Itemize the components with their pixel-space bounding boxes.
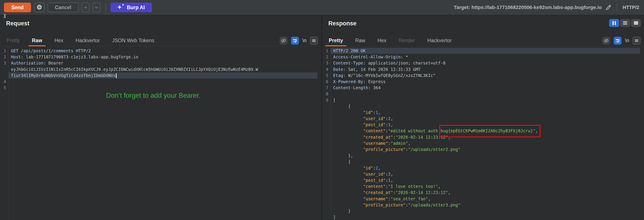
- editor-menu-button[interactable]: [310, 37, 318, 45]
- forward-dropdown-button[interactable]: [93, 3, 100, 12]
- show-newlines-toggle[interactable]: \n: [302, 37, 306, 45]
- burp-ai-label: Burp AI: [127, 5, 145, 11]
- code-row: {: [322, 159, 644, 165]
- code-line: "id":1,: [330, 109, 380, 116]
- line-number: 5: [322, 72, 330, 78]
- line-number: [322, 165, 330, 171]
- line-number: 6: [322, 78, 330, 85]
- request-panel: Request PrettyRawHexHackvertorJSON Web T…: [0, 16, 321, 220]
- code-row: fiur34lIMyDr0uNQbVnVGgTiCd4zoTbnjIDmGDON…: [0, 72, 321, 78]
- target-url-text: Target: https://lab-1771068220506-ke92sm…: [454, 5, 602, 10]
- toolbar-separator: [617, 4, 617, 11]
- code-line: Content-Length: 364: [330, 85, 380, 91]
- tab-raw[interactable]: Raw: [28, 35, 46, 46]
- code-line: {: [330, 159, 350, 165]
- line-number: 3: [322, 60, 330, 66]
- menu-icon: [634, 38, 639, 43]
- tab-hackvertor[interactable]: Hackvertor: [424, 35, 455, 46]
- horizontal-split-layout-button[interactable]: [620, 19, 630, 27]
- code-row: 9[: [322, 97, 644, 103]
- tab-hex[interactable]: Hex: [374, 35, 390, 46]
- code-line: "id":2,: [330, 165, 380, 171]
- pause-updates-button[interactable]: [609, 19, 619, 27]
- line-number: [322, 208, 330, 214]
- code-line: "username":"admin",: [330, 140, 411, 146]
- code-line: }: [330, 208, 350, 214]
- code-row: {: [322, 103, 644, 109]
- gear-icon: ⚙: [36, 4, 42, 11]
- chevron-down-icon: [84, 7, 87, 9]
- rows-icon: [623, 22, 627, 25]
- hide-nonprintable-button[interactable]: [280, 37, 288, 45]
- code-line: fiur34lIMyDr0uNQbVnVGgTiCd4zoTbnjIDmGDON…: [8, 72, 116, 78]
- eye-slash-icon: [281, 38, 286, 44]
- edit-target-button[interactable]: [605, 4, 612, 11]
- burp-ai-button[interactable]: ✦✦ Burp AI: [110, 3, 152, 12]
- line-number: 2: [322, 54, 330, 60]
- tab-raw[interactable]: Raw: [352, 35, 369, 46]
- square-icon: [634, 21, 638, 25]
- code-row: 7Content-Length: 364: [322, 85, 644, 91]
- response-panel: Response PrettyRawHexRenderHackvertor \n: [322, 16, 644, 220]
- code-row: "post_id":1,: [322, 177, 644, 183]
- code-row: "username":"sea_otter_fan",: [322, 196, 644, 202]
- combined-layout-button[interactable]: [631, 19, 641, 27]
- code-row: "user_id":2,: [322, 116, 644, 122]
- code-line: "user_id":2,: [330, 116, 393, 122]
- response-tabs: PrettyRawHexRenderHackvertor: [325, 35, 460, 46]
- hide-nonprintable-button[interactable]: [602, 37, 610, 45]
- line-number: [322, 177, 330, 183]
- line-number: [0, 66, 8, 72]
- line-number: 2: [0, 54, 8, 60]
- line-number: 7: [322, 85, 330, 91]
- editor-menu-button[interactable]: [633, 37, 640, 45]
- request-settings-button[interactable]: ⚙: [34, 3, 44, 12]
- request-editor[interactable]: 1GET /api/posts/1/comments HTTP/22Host: …: [0, 46, 321, 220]
- code-line: "created_at":"2026-02-14 12:23:12",: [330, 189, 450, 195]
- code-line: Host: lab-1771071790873-c1ejz3.labs-app.…: [8, 54, 138, 60]
- line-number: [322, 189, 330, 195]
- line-number: [322, 214, 330, 220]
- line-number: 8: [322, 91, 330, 97]
- word-wrap-toggle[interactable]: [614, 37, 622, 45]
- tab-hex[interactable]: Hex: [51, 35, 67, 46]
- line-number: [322, 152, 330, 159]
- line-number: [0, 72, 8, 78]
- pause-icon: [612, 21, 616, 25]
- code-row: ]: [322, 214, 644, 220]
- code-line: [8, 85, 11, 91]
- response-editor[interactable]: 1HTTP/2 200 OK2Access-Control-Allow-Orig…: [322, 46, 644, 220]
- cancel-button[interactable]: Cancel: [48, 3, 78, 12]
- code-row: "id":2,: [322, 165, 644, 171]
- send-button[interactable]: Send: [4, 3, 31, 12]
- tab-hackvertor[interactable]: Hackvertor: [72, 35, 103, 46]
- word-wrap-toggle[interactable]: [291, 37, 299, 45]
- view-layout-toggle: [609, 19, 641, 27]
- code-row: "username":"admin",: [322, 140, 644, 146]
- line-number: [322, 134, 330, 140]
- code-row: "content":"I love otters too!",: [322, 183, 644, 189]
- show-newlines-toggle[interactable]: \n: [625, 37, 629, 45]
- code-line: "username":"sea_otter_fan",: [330, 196, 430, 202]
- code-row: 2Access-Control-Allow-Origin: *: [322, 54, 644, 60]
- code-row: 6X-Powered-By: Express: [322, 78, 644, 85]
- line-number: [322, 122, 330, 128]
- request-tabs: PrettyRawHexHackvertorJSON Web Tokens: [3, 35, 163, 46]
- code-line: "post_id":1,: [330, 122, 393, 128]
- line-number: 4: [322, 66, 330, 72]
- tab-json-web-tokens[interactable]: JSON Web Tokens: [108, 35, 158, 46]
- response-editor-tools: \n: [602, 35, 640, 46]
- tab-pretty[interactable]: Pretty: [325, 35, 346, 46]
- http-version-selector[interactable]: HTTP/2: [622, 5, 639, 10]
- code-line: "profile_picture":"/uploads/otter3.png": [330, 202, 460, 208]
- code-row: }: [322, 208, 644, 214]
- line-number: 4: [0, 78, 8, 85]
- line-number: 1: [0, 48, 8, 54]
- back-dropdown-button[interactable]: [82, 3, 89, 12]
- code-line: "profile_picture":"/uploads/otter2.png": [330, 146, 460, 152]
- code-line: Authorization: Bearer: [8, 60, 63, 66]
- line-number: 9: [322, 97, 330, 103]
- code-row: 4: [0, 78, 321, 85]
- request-editor-tools: \n: [280, 35, 318, 46]
- code-line: [330, 91, 333, 97]
